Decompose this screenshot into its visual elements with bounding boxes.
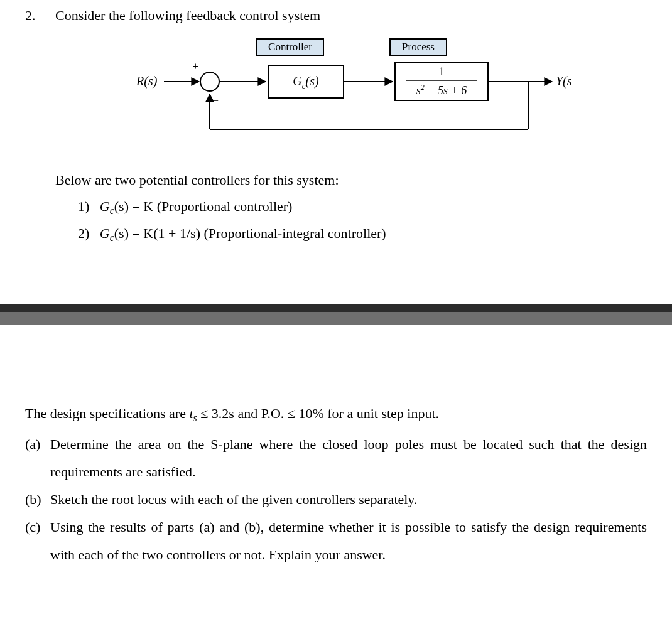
process-numerator: 1 <box>439 65 445 78</box>
part-b-label: (b) <box>25 486 50 513</box>
part-a-text: Determine the area on the S-plane where … <box>50 431 647 486</box>
block-diagram: R(s) + − Controller <box>55 35 647 142</box>
design-specs: The design specifications are ts ≤ 3.2s … <box>25 400 647 428</box>
controller-option-2-label: 2) <box>78 225 89 241</box>
controller-option-2-eq: Gc <box>100 225 114 241</box>
summing-junction-icon <box>200 72 219 91</box>
process-title: Process <box>402 41 435 53</box>
part-c-text: Using the results of parts (a) and (b), … <box>50 513 647 569</box>
controllers-intro: Below are two potential controllers for … <box>55 167 647 193</box>
output-label: Y(s) <box>556 74 571 89</box>
part-a-label: (a) <box>25 431 50 458</box>
sum-plus: + <box>193 61 198 72</box>
part-c-label: (c) <box>25 513 50 541</box>
process-denominator: s2 + 5s + 6 <box>416 83 467 97</box>
controller-title: Controller <box>268 41 312 53</box>
controller-option-1-label: 1) <box>78 198 89 214</box>
controller-option-1-eq: Gc <box>100 198 114 214</box>
question-number: 2. <box>25 8 44 24</box>
question-prompt: Consider the following feedback control … <box>55 8 647 24</box>
page-divider <box>0 304 672 325</box>
controller-option-2-text: (s) = K(1 + 1/s) (Proportional-integral … <box>114 225 386 241</box>
input-label: R(s) <box>136 74 158 89</box>
part-b-text: Sketch the root locus with each of the g… <box>50 486 647 513</box>
controller-option-1-text: (s) = K (Proportional controller) <box>114 198 293 214</box>
sum-minus: − <box>213 95 219 106</box>
